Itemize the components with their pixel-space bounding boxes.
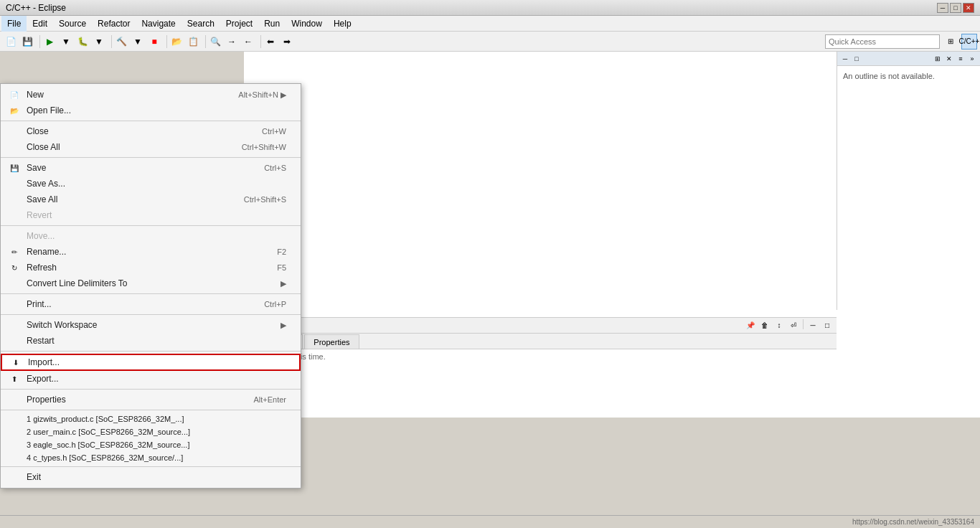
sep-2 bbox=[1, 157, 301, 158]
menu-file[interactable]: File bbox=[1, 16, 27, 32]
debug-button[interactable]: 🐛 bbox=[75, 34, 90, 50]
run-dropdown[interactable]: ▼ bbox=[58, 34, 74, 50]
menu-new-shortcut: Alt+Shift+N ▶ bbox=[238, 90, 286, 100]
perspective-cpp[interactable]: C/C++ bbox=[961, 34, 977, 50]
debug-dropdown[interactable]: ▼ bbox=[91, 34, 107, 50]
menu-recent-3[interactable]: 3 eagle_soc.h [SoC_ESP8266_32M_source...… bbox=[1, 438, 301, 451]
menu-close-all-shortcut: Ctrl+Shift+W bbox=[242, 143, 286, 151]
menu-revert-label: Revert bbox=[27, 210, 52, 220]
bottom-panel: 📌 🗑 ↕ ⏎ ─ □ Console ✕ Properties to disp… bbox=[244, 317, 837, 418]
run-button[interactable]: ▶ bbox=[42, 34, 57, 50]
menu-edit[interactable]: Edit bbox=[27, 16, 53, 32]
status-bar: https://blog.csdn.net/weixin_43353164 bbox=[0, 515, 980, 528]
menu-help[interactable]: Help bbox=[328, 16, 357, 32]
status-url: https://blog.csdn.net/weixin_43353164 bbox=[852, 518, 974, 526]
outline-message: An outline is not available. bbox=[837, 66, 980, 86]
main-area: 📄 New Alt+Shift+N ▶ 📂 Open File... Close… bbox=[0, 52, 980, 418]
menu-switch-workspace[interactable]: Switch Workspace ▶ bbox=[1, 317, 301, 333]
minimize-button[interactable]: ─ bbox=[937, 3, 948, 13]
menu-project[interactable]: Project bbox=[220, 16, 258, 32]
menu-navigate[interactable]: Navigate bbox=[136, 16, 181, 32]
menu-print-label: Print... bbox=[27, 299, 52, 309]
title-text: C/C++ - Eclipse bbox=[6, 3, 66, 13]
menu-refresh[interactable]: ↻ Refresh F5 bbox=[1, 260, 301, 275]
new-button[interactable]: 📄 bbox=[3, 34, 19, 50]
toolbar-sep-5 bbox=[260, 35, 261, 48]
menu-properties[interactable]: Properties Alt+Enter bbox=[1, 392, 301, 407]
back-button[interactable]: ⬅ bbox=[263, 34, 278, 50]
refresh-icon: ↻ bbox=[8, 261, 21, 274]
toolbar-sep-3 bbox=[166, 35, 167, 48]
toolbar-group-3: 🔨 ▼ ■ bbox=[113, 34, 162, 50]
outline-btn-3[interactable]: ≡ bbox=[956, 54, 966, 64]
menu-save[interactable]: 💾 Save Ctrl+S bbox=[1, 160, 301, 176]
forward-button[interactable]: ➡ bbox=[279, 34, 295, 50]
menu-recent-2[interactable]: 2 user_main.c [SoC_ESP8266_32M_source...… bbox=[1, 425, 301, 438]
menu-move-label: Move... bbox=[27, 231, 55, 241]
title-bar: C/C++ - Eclipse ─ □ ✕ bbox=[0, 0, 980, 16]
menu-close[interactable]: Close Ctrl+W bbox=[1, 123, 301, 139]
bottom-sep-1 bbox=[803, 319, 804, 329]
perspective-open-icon[interactable]: ⊞ bbox=[943, 34, 958, 50]
toolbar-group-nav: ⬅ ➡ bbox=[263, 34, 295, 50]
build-dropdown[interactable]: ▼ bbox=[130, 34, 146, 50]
menu-recent-2-label: 2 user_main.c [SoC_ESP8266_32M_source...… bbox=[27, 428, 190, 436]
search-tb-button[interactable]: 🔍 bbox=[207, 34, 223, 50]
next-button[interactable]: → bbox=[224, 34, 240, 50]
menu-import-label: Import... bbox=[28, 357, 60, 367]
menu-print[interactable]: Print... Ctrl+P bbox=[1, 296, 301, 312]
maximize-button[interactable]: □ bbox=[950, 3, 961, 13]
save-button[interactable]: 💾 bbox=[19, 34, 35, 50]
menu-restart[interactable]: Restart bbox=[1, 333, 301, 349]
new-icon: 📄 bbox=[8, 88, 21, 101]
outline-maximize-btn[interactable]: □ bbox=[852, 54, 862, 64]
menu-convert-label: Convert Line Delimiters To bbox=[27, 278, 128, 288]
prev-button[interactable]: ← bbox=[240, 34, 256, 50]
toolbar-sep-2 bbox=[111, 35, 112, 48]
build-button[interactable]: 🔨 bbox=[113, 34, 129, 50]
menu-run[interactable]: Run bbox=[258, 16, 286, 32]
menu-import[interactable]: ⬇ Import... bbox=[1, 354, 301, 371]
menu-print-shortcut: Ctrl+P bbox=[264, 300, 286, 308]
menu-open-file[interactable]: 📂 Open File... bbox=[1, 103, 301, 118]
outline-btn-2[interactable]: ✕ bbox=[944, 54, 954, 64]
menu-search[interactable]: Search bbox=[182, 16, 220, 32]
quick-access-area: ⊞ C/C++ bbox=[825, 34, 977, 50]
close-button[interactable]: ✕ bbox=[963, 3, 974, 13]
menu-window[interactable]: Window bbox=[286, 16, 328, 32]
menu-open-label: Open File... bbox=[27, 105, 71, 116]
outline-minimize-btn[interactable]: ─ bbox=[840, 54, 850, 64]
console-minimize-btn[interactable]: ─ bbox=[806, 319, 819, 332]
toolbar-sep-4 bbox=[205, 35, 206, 48]
outline-btn-1[interactable]: ⊞ bbox=[933, 54, 943, 64]
outline-close-btn[interactable]: » bbox=[967, 54, 977, 64]
sep-5 bbox=[1, 314, 301, 315]
stop-button[interactable]: ■ bbox=[146, 34, 162, 50]
console-maximize-btn[interactable]: □ bbox=[821, 319, 834, 332]
menu-exit[interactable]: Exit bbox=[1, 469, 301, 485]
menu-new[interactable]: 📄 New Alt+Shift+N ▶ bbox=[1, 87, 301, 103]
menu-convert[interactable]: Convert Line Delimiters To ▶ bbox=[1, 275, 301, 291]
menu-recent-4[interactable]: 4 c_types.h [SoC_ESP8266_32M_source/...] bbox=[1, 451, 301, 464]
menu-refactor[interactable]: Refactor bbox=[92, 16, 136, 32]
open-button[interactable]: 📂 bbox=[169, 34, 184, 50]
menu-export[interactable]: ⬆ Export... bbox=[1, 371, 301, 387]
menu-save-as[interactable]: Save As... bbox=[1, 176, 301, 192]
menu-save-all[interactable]: Save All Ctrl+Shift+S bbox=[1, 192, 301, 207]
tab-properties[interactable]: Properties bbox=[304, 334, 359, 349]
toolbar-sep-1 bbox=[39, 35, 40, 48]
console-pin-btn[interactable]: 📌 bbox=[744, 319, 757, 332]
menu-close-all[interactable]: Close All Ctrl+Shift+W bbox=[1, 139, 301, 155]
quick-access-input[interactable] bbox=[825, 34, 940, 49]
console-clear-btn[interactable]: 🗑 bbox=[758, 319, 771, 332]
menu-source[interactable]: Source bbox=[53, 16, 92, 32]
menu-recent-1[interactable]: 1 gizwits_product.c [SoC_ESP8266_32M_...… bbox=[1, 412, 301, 425]
console-scroll-btn[interactable]: ↕ bbox=[773, 319, 786, 332]
open-recent[interactable]: 📋 bbox=[185, 34, 201, 50]
console-word-wrap-btn[interactable]: ⏎ bbox=[787, 319, 800, 332]
menu-close-shortcut: Ctrl+W bbox=[262, 127, 286, 136]
menu-save-all-label: Save All bbox=[27, 194, 57, 204]
bottom-tabs: Console ✕ Properties bbox=[244, 334, 837, 349]
menu-rename[interactable]: ✏ Rename... F2 bbox=[1, 244, 301, 260]
toolbar-group-1: 📄 💾 bbox=[3, 34, 35, 50]
